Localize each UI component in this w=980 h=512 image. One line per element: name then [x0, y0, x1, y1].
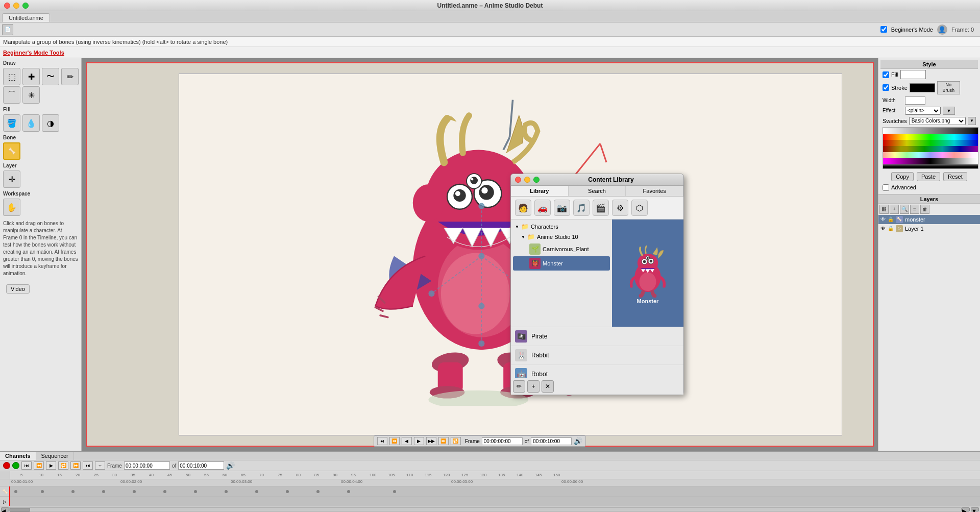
- current-frame-input[interactable]: [482, 437, 523, 445]
- no-brush-button[interactable]: NoBrush: [937, 81, 960, 94]
- cl-remove-button[interactable]: ✕: [542, 380, 554, 393]
- play-button[interactable]: ▶: [414, 437, 424, 445]
- keyframe-1-5[interactable]: [163, 490, 166, 493]
- layer-eye-layer1[interactable]: 👁: [880, 226, 886, 231]
- playhead[interactable]: [9, 486, 10, 506]
- file-tab[interactable]: Untitled.anme: [2, 13, 50, 22]
- selection-tool[interactable]: ⬚: [3, 68, 20, 85]
- prev-button[interactable]: ◀: [402, 437, 412, 445]
- track-content-1[interactable]: [10, 486, 980, 496]
- scroll-left-button[interactable]: ◀: [1, 507, 9, 511]
- layer-add-button[interactable]: +: [890, 205, 899, 214]
- cl-edit-button[interactable]: ✏: [513, 380, 525, 393]
- stroke-checkbox[interactable]: [883, 84, 889, 91]
- copy-style-button[interactable]: Copy: [891, 172, 914, 181]
- tree-item-animestudio10[interactable]: ▼ 📁 Anime Studio 10: [513, 232, 610, 242]
- video-button[interactable]: Video: [6, 284, 30, 294]
- cl-add-button[interactable]: +: [527, 380, 540, 393]
- layer-chain-button[interactable]: ⛓: [879, 205, 889, 214]
- channels-tab[interactable]: Channels: [0, 452, 36, 460]
- cl-close-button[interactable]: [515, 177, 521, 183]
- swatches-select[interactable]: Basic Colors.png: [909, 117, 966, 125]
- fill-color-swatch[interactable]: [900, 70, 926, 79]
- cl-library-tab[interactable]: Library: [511, 186, 569, 196]
- layer-lock-monster[interactable]: 🔒: [888, 216, 894, 222]
- scroll-down-button[interactable]: ▼: [971, 507, 979, 511]
- keyframe-1-9[interactable]: [286, 490, 289, 493]
- swatches-expand-button[interactable]: ▼: [968, 117, 976, 125]
- scroll-thumb[interactable]: [10, 508, 30, 512]
- effect-select[interactable]: <plain>: [905, 107, 941, 115]
- tree-expand-characters[interactable]: ▼: [515, 225, 519, 229]
- layer-row-layer1[interactable]: 👁 🔒 ▷ Layer 1: [878, 224, 980, 233]
- total-frame-input[interactable]: [531, 437, 572, 445]
- pencil-tool[interactable]: ✏: [61, 68, 79, 85]
- cl-favorites-tab[interactable]: Favorites: [626, 186, 683, 196]
- cl-shapes-icon[interactable]: ⬡: [631, 200, 648, 216]
- cl-music-icon[interactable]: 🎵: [573, 200, 590, 216]
- tl-rewind-button[interactable]: ⏮: [21, 461, 32, 470]
- tree-item-monster[interactable]: 👹 Monster: [513, 256, 610, 271]
- reset-style-button[interactable]: Reset: [943, 172, 967, 181]
- tree-item-carnivorous[interactable]: 🌱 Carnivorous_Plant: [513, 242, 610, 256]
- effect-options-button[interactable]: ▼: [943, 107, 955, 115]
- layer-lock-layer1[interactable]: 🔒: [888, 226, 894, 231]
- scroll-track[interactable]: [9, 507, 962, 511]
- audio-button[interactable]: 🔊: [574, 437, 582, 445]
- translate-layer-tool[interactable]: ✛: [3, 170, 20, 188]
- next-frame-button[interactable]: ⏩: [438, 437, 449, 445]
- layer-search-button[interactable]: 🔍: [900, 205, 909, 214]
- scroll-right-button[interactable]: ▶: [962, 507, 970, 511]
- cl-search-tab[interactable]: Search: [569, 186, 626, 196]
- maximize-button[interactable]: [22, 3, 29, 9]
- keyframe-1-10[interactable]: [316, 490, 320, 493]
- cl-character-icon[interactable]: 🧑: [515, 200, 531, 216]
- tl-prev-button[interactable]: ⏪: [34, 461, 44, 470]
- new-file-icon[interactable]: 📄: [2, 24, 13, 35]
- tl-pingpong-button[interactable]: ↔: [95, 461, 105, 470]
- prev-frame-button[interactable]: ⏪: [389, 437, 400, 445]
- user-icon[interactable]: 👤: [937, 25, 947, 35]
- keyframe-1-0[interactable]: [14, 490, 17, 493]
- rewind-start-button[interactable]: ⏮: [377, 437, 387, 445]
- arc-tool[interactable]: ⌒: [3, 86, 20, 104]
- minimize-button[interactable]: [13, 3, 19, 9]
- tree-expand-animestudio10[interactable]: ▼: [521, 235, 525, 239]
- paste-style-button[interactable]: Paste: [917, 172, 940, 181]
- tree-item-characters[interactable]: ▼ 📁 Characters: [513, 222, 610, 232]
- keyframe-1-1[interactable]: [41, 490, 44, 493]
- pan-tool[interactable]: ✋: [3, 199, 20, 216]
- width-input[interactable]: 3.95: [905, 96, 925, 105]
- keyframe-1-6[interactable]: [194, 490, 197, 493]
- timeline-play-indicator[interactable]: [12, 462, 19, 469]
- tl-loop-button[interactable]: 🔁: [58, 461, 68, 470]
- gradient-tool[interactable]: ◑: [42, 114, 59, 132]
- tl-audio-button[interactable]: 🔊: [226, 461, 235, 470]
- track-content-2[interactable]: [10, 497, 980, 506]
- swatches-grid[interactable]: [883, 127, 978, 169]
- keyframe-1-2[interactable]: [71, 490, 75, 493]
- bone-manipulate-tool[interactable]: 🦴: [3, 142, 20, 160]
- advanced-checkbox[interactable]: [883, 184, 889, 191]
- keyframe-1-3[interactable]: [102, 490, 105, 493]
- keyframe-1-12[interactable]: [393, 490, 396, 493]
- cl-settings-icon[interactable]: ⚙: [612, 200, 628, 216]
- cl-vehicle-icon[interactable]: 🚗: [534, 200, 551, 216]
- timeline-record-button[interactable]: [3, 462, 10, 469]
- paint-bucket-tool[interactable]: 🪣: [3, 114, 20, 132]
- tl-total-input[interactable]: [178, 461, 224, 470]
- sequencer-tab[interactable]: Sequencer: [36, 452, 74, 460]
- beginners-mode-checkbox[interactable]: [880, 26, 887, 33]
- tl-play-button[interactable]: ▶: [46, 461, 56, 470]
- eyedropper-tool[interactable]: 💧: [22, 114, 40, 132]
- keyframe-1-8[interactable]: [255, 490, 258, 493]
- magnet-tool[interactable]: ✳: [22, 86, 40, 104]
- tl-next-button[interactable]: ⏩: [70, 461, 81, 470]
- stroke-color-swatch[interactable]: [910, 83, 935, 92]
- fill-checkbox[interactable]: [883, 71, 889, 78]
- cl-minimize-button[interactable]: [524, 177, 530, 183]
- cl-maximize-button[interactable]: [533, 177, 540, 183]
- curve-tool[interactable]: 〜: [42, 68, 59, 85]
- close-button[interactable]: [4, 3, 10, 9]
- loop-button[interactable]: 🔁: [451, 437, 461, 445]
